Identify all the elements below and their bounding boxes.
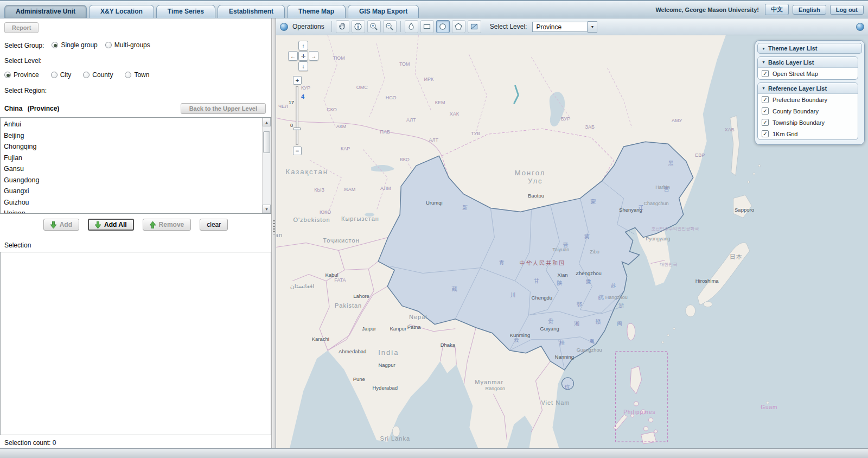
select-region-label: Select Region: [4,87,47,94]
layer-row-prefecture-boundary[interactable]: ✓Prefecture Boundary [758,94,858,105]
point-select-tool-button[interactable] [405,20,418,33]
layer-label: Prefecture Boundary [773,97,827,103]
layer-row-1km-grid[interactable]: ✓1Km Grid [758,128,858,139]
group-option-multi-groups[interactable]: Multi-groups [105,41,150,49]
checkbox-prefecture-boundary[interactable]: ✓ [762,96,769,103]
level-option-province[interactable]: Province [4,71,39,79]
selection-box[interactable] [0,252,271,435]
region-list-scrollbar[interactable]: ▲ ▼ [262,118,271,213]
layer-row-county-boundary[interactable]: ✓County Boundary [758,105,858,117]
tab-administrative-unit[interactable]: Administrative Unit [4,5,87,18]
zoom-out-tool-button[interactable] [383,20,397,33]
report-button[interactable]: Report [4,22,39,33]
back-upper-level-button[interactable]: Back to the Upper Level [181,103,266,114]
layer-label: County Boundary [773,108,819,114]
layer-row-township-boundary[interactable]: ✓Township Boundary [758,117,858,128]
basic-layer-header[interactable]: ▼ Basic Layer List [758,57,858,68]
extent-select-tool-button[interactable] [468,20,481,33]
tab-theme-map[interactable]: Theme Map [287,5,346,18]
lang-english-button[interactable]: English [793,5,826,15]
region-list-item-hainan[interactable]: Hainan [1,208,262,213]
checkbox-1km-grid[interactable]: ✓ [762,130,769,137]
tab-time-series[interactable]: Time Series [156,5,215,18]
pan-down-icon[interactable]: ↓ [298,61,308,71]
toolbar-separator [400,21,401,32]
lang-chinese-button[interactable]: 中文 [765,4,789,15]
identify-tool-button[interactable] [352,20,365,33]
add-all-button[interactable]: Add All [88,219,134,231]
checkbox-county-boundary[interactable]: ✓ [762,107,769,114]
reference-layer-header[interactable]: ▼ Reference Layer List [758,83,858,94]
region-list-item-beijing[interactable]: Beijing [1,130,262,142]
region-list-item-fujian[interactable]: Fujian [1,152,262,164]
triangle-down-icon: ▼ [762,47,765,50]
hand-icon [338,22,347,31]
pan-up-icon[interactable]: ↑ [298,41,308,50]
region-list-item-anhui[interactable]: Anhui [1,119,262,130]
droplet-icon [407,22,416,31]
triangle-down-icon: ▼ [762,60,765,64]
region-list-item-gansu[interactable]: Gansu [1,163,262,175]
panel-splitter[interactable] [271,18,276,448]
scroll-down-icon[interactable]: ▼ [263,205,271,213]
level-option-label: Town [134,71,149,79]
region-list-item-chongqing[interactable]: Chongqing [1,141,262,152]
basic-layer-panel: ▼ Basic Layer List ✓Open Street Map [757,56,858,80]
level-option-town[interactable]: Town [125,71,149,79]
operations-icon[interactable] [280,23,288,31]
zoom-max-label: 17 [289,100,294,105]
layer-row-open-street-map[interactable]: ✓Open Street Map [758,68,858,79]
pan-tool-button[interactable] [336,20,349,33]
collapse-panel-icon[interactable] [856,23,864,31]
status-bar [0,448,868,458]
rectangle-icon [423,22,431,31]
scrollbar-track[interactable] [263,126,271,205]
map-canvas[interactable]: ТЮМОМСТОМИРКНСОКЕМХАКАЛТАЛТТУВБУРЗАБАМУХ… [276,35,868,448]
clear-button[interactable]: clear [200,219,228,231]
circle-select-tool-button[interactable] [436,20,450,33]
scrollbar-thumb[interactable] [263,131,270,153]
remove-button[interactable]: Remove [143,219,192,231]
chevron-down-icon[interactable]: ▼ [588,21,597,33]
polygon-select-tool-button[interactable] [452,20,465,33]
zoom-slider-handle[interactable] [293,128,301,130]
zoom-slider-track[interactable]: 4 17 0 [296,86,298,145]
rectangle-select-tool-button[interactable] [420,20,434,33]
pan-center-icon[interactable]: ✛ [298,51,308,61]
level-dropdown-value[interactable]: Province [532,22,588,32]
region-list-item-guizhou[interactable]: Guizhou [1,197,262,208]
radio-icon [51,72,58,78]
group-option-label: Multi-groups [114,41,150,49]
tab-gis-map-export[interactable]: GIS Map Export [348,5,419,18]
pan-left-icon[interactable]: ← [288,51,298,61]
level-dropdown[interactable]: Province ▼ [532,21,597,33]
pan-right-icon[interactable]: → [309,51,318,61]
map-pane: Operations [276,18,868,448]
tab-x-y-location[interactable]: X&Y Location [89,5,154,18]
logout-button[interactable]: Log out [830,5,864,15]
region-title: China [4,105,22,112]
radio-icon [52,42,58,48]
region-subtitle: (Province) [28,105,60,112]
operations-label: Operations [292,23,324,30]
zoom-in-tool-button[interactable] [367,20,381,33]
scroll-up-icon[interactable]: ▲ [263,118,271,126]
add-button[interactable]: Add [43,219,79,231]
triangle-down-icon: ▼ [762,86,765,90]
level-option-county[interactable]: County [83,71,113,79]
main-tabs: Administrative UnitX&Y LocationTime Seri… [4,5,421,18]
region-list-item-guangdong[interactable]: Guangdong [1,175,262,186]
select-level-label: Select Level: [4,57,42,65]
checkbox-open-street-map[interactable]: ✓ [762,70,769,77]
group-option-single-group[interactable]: Single group [52,41,97,49]
theme-layer-header[interactable]: ▼ Theme Layer List [757,43,862,54]
radio-icon [83,72,90,78]
region-list-box[interactable]: AnhuiBeijingChongqingFujianGansuGuangdon… [0,117,271,214]
zoom-out-button[interactable]: − [293,147,302,155]
level-option-city[interactable]: City [51,71,72,79]
checkbox-township-boundary[interactable]: ✓ [762,119,769,126]
zoom-in-button[interactable]: + [293,76,302,85]
select-group-label: Select Group: [4,42,44,49]
tab-establishment[interactable]: Establishment [218,5,285,18]
region-list-item-guangxi[interactable]: Guangxi [1,186,262,197]
